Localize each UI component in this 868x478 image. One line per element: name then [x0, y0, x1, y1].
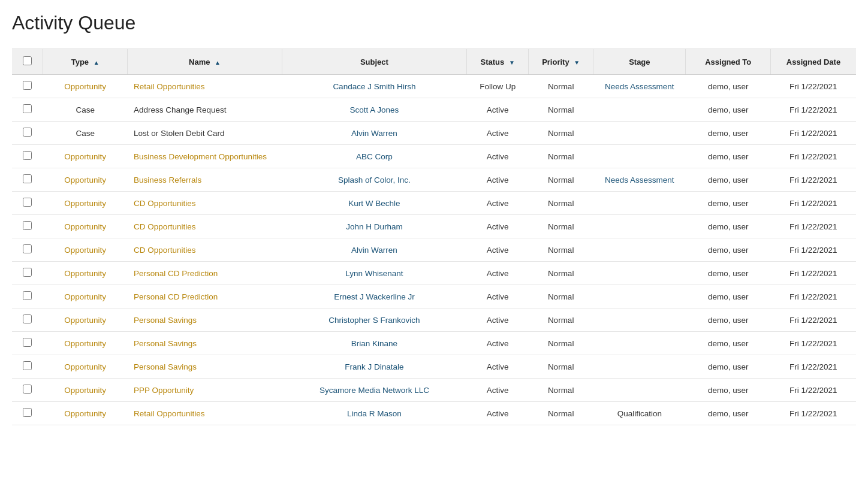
row-checkbox[interactable]: [23, 314, 32, 323]
row-checkbox[interactable]: [23, 151, 32, 160]
row-assigned-to: demo, user: [686, 402, 770, 425]
row-checkbox[interactable]: [23, 244, 32, 253]
select-all-header: [12, 49, 43, 75]
type-sort-icon: ▲: [94, 59, 100, 66]
row-checkbox[interactable]: [23, 385, 32, 394]
row-status: Active: [467, 285, 529, 308]
row-stage: [593, 355, 686, 379]
row-checkbox-cell: [12, 402, 43, 425]
subject-link[interactable]: Christopher S Frankovich: [328, 316, 420, 325]
row-checkbox[interactable]: [23, 81, 32, 90]
row-checkbox-cell: [12, 379, 43, 402]
row-priority: Normal: [529, 192, 593, 215]
table-row: OpportunityPersonal SavingsFrank J Dinat…: [12, 355, 856, 379]
row-type: Opportunity: [43, 238, 127, 262]
row-subject: Scott A Jones: [282, 98, 467, 122]
subject-link[interactable]: Linda R Mason: [347, 409, 402, 418]
subject-link[interactable]: Sycamore Media Network LLC: [320, 386, 429, 395]
row-priority: Normal: [529, 402, 593, 425]
row-checkbox[interactable]: [23, 221, 32, 230]
row-assigned-to: demo, user: [686, 238, 770, 262]
row-priority: Normal: [529, 262, 593, 285]
table-row: OpportunityBusiness Development Opportun…: [12, 145, 856, 168]
subject-link[interactable]: John H Durham: [346, 222, 403, 231]
row-name: Personal CD Prediction: [128, 262, 282, 285]
row-name: Personal Savings: [128, 332, 282, 355]
page-title: Activity Queue: [12, 12, 856, 34]
row-subject: Christopher S Frankovich: [282, 308, 467, 332]
row-assigned-date: Fri 1/22/2021: [770, 145, 856, 168]
row-assigned-to: demo, user: [686, 332, 770, 355]
row-checkbox-cell: [12, 168, 43, 192]
row-priority: Normal: [529, 168, 593, 192]
row-checkbox-cell: [12, 285, 43, 308]
row-subject: Alvin Warren: [282, 122, 467, 145]
row-checkbox-cell: [12, 238, 43, 262]
table-row: OpportunityRetail OpportunitiesCandace J…: [12, 75, 856, 98]
row-status: Active: [467, 402, 529, 425]
row-name: Retail Opportunities: [128, 75, 282, 98]
row-assigned-to: demo, user: [686, 122, 770, 145]
table-row: CaseAddress Change RequestScott A JonesA…: [12, 98, 856, 122]
subject-link[interactable]: Brian Kinane: [351, 339, 397, 348]
row-subject: John H Durham: [282, 215, 467, 238]
row-checkbox[interactable]: [23, 128, 32, 137]
row-assigned-to: demo, user: [686, 308, 770, 332]
subject-link[interactable]: Alvin Warren: [351, 246, 397, 255]
row-name: PPP Opportunity: [128, 379, 282, 402]
row-checkbox[interactable]: [23, 361, 32, 370]
row-checkbox[interactable]: [23, 338, 32, 347]
table-row: OpportunityPersonal SavingsChristopher S…: [12, 308, 856, 332]
row-status: Active: [467, 379, 529, 402]
subject-link[interactable]: Kurt W Bechle: [348, 199, 400, 208]
row-assigned-to: demo, user: [686, 192, 770, 215]
col-header-name[interactable]: Name ▲: [128, 49, 282, 75]
row-priority: Normal: [529, 332, 593, 355]
row-name: Address Change Request: [128, 98, 282, 122]
row-subject: Brian Kinane: [282, 332, 467, 355]
row-stage: [593, 332, 686, 355]
row-assigned-to: demo, user: [686, 285, 770, 308]
subject-link[interactable]: Splash of Color, Inc.: [338, 176, 411, 184]
subject-link[interactable]: Ernest J Wackerline Jr: [334, 292, 415, 301]
row-checkbox[interactable]: [23, 268, 32, 277]
row-assigned-date: Fri 1/22/2021: [770, 192, 856, 215]
row-checkbox[interactable]: [23, 198, 32, 207]
row-checkbox[interactable]: [23, 104, 32, 113]
subject-link[interactable]: ABC Corp: [356, 152, 393, 161]
subject-link[interactable]: Candace J Smith Hirsh: [333, 82, 415, 91]
row-checkbox[interactable]: [23, 291, 32, 300]
subject-link[interactable]: Frank J Dinatale: [345, 362, 403, 371]
row-assigned-date: Fri 1/22/2021: [770, 262, 856, 285]
row-name: CD Opportunities: [128, 215, 282, 238]
row-subject: ABC Corp: [282, 145, 467, 168]
row-checkbox[interactable]: [23, 408, 32, 417]
table-row: OpportunityCD OpportunitiesJohn H Durham…: [12, 215, 856, 238]
row-assigned-to: demo, user: [686, 262, 770, 285]
subject-link[interactable]: Scott A Jones: [350, 105, 399, 114]
row-checkbox-cell: [12, 122, 43, 145]
row-type: Opportunity: [43, 75, 127, 98]
row-checkbox[interactable]: [23, 174, 32, 183]
col-header-subject: Subject: [282, 49, 467, 75]
table-row: OpportunityPersonal CD PredictionLynn Wh…: [12, 262, 856, 285]
row-assigned-date: Fri 1/22/2021: [770, 168, 856, 192]
row-status: Active: [467, 308, 529, 332]
row-assigned-date: Fri 1/22/2021: [770, 238, 856, 262]
row-name: Lost or Stolen Debit Card: [128, 122, 282, 145]
select-all-checkbox[interactable]: [23, 56, 32, 65]
subject-link[interactable]: Alvin Warren: [351, 129, 397, 138]
row-assigned-to: demo, user: [686, 379, 770, 402]
col-header-priority[interactable]: Priority ▼: [529, 49, 593, 75]
col-header-type[interactable]: Type ▲: [43, 49, 127, 75]
subject-link[interactable]: Lynn Whisenant: [345, 269, 403, 278]
row-subject: Linda R Mason: [282, 402, 467, 425]
row-subject: Kurt W Bechle: [282, 192, 467, 215]
row-name: Business Development Opportunities: [128, 145, 282, 168]
row-stage: [593, 122, 686, 145]
col-header-status[interactable]: Status ▼: [467, 49, 529, 75]
row-stage: [593, 308, 686, 332]
row-status: Active: [467, 215, 529, 238]
row-checkbox-cell: [12, 192, 43, 215]
col-header-assigned-date: Assigned Date: [770, 49, 856, 75]
